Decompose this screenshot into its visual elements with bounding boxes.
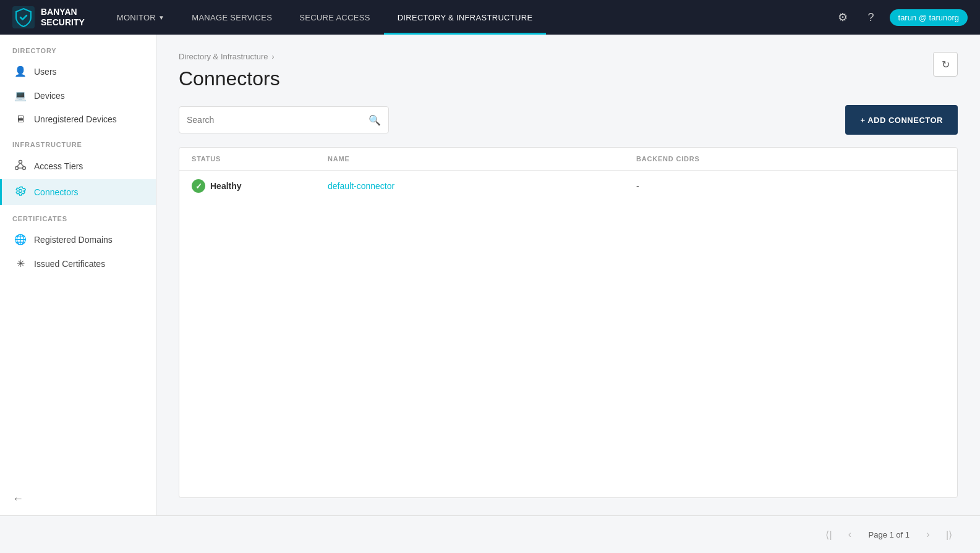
- search-icon: 🔍: [369, 114, 381, 126]
- sidebar: DIRECTORY 👤 Users 💻 Devices 🖥 Unregister…: [0, 35, 156, 515]
- user-badge[interactable]: tarun @ tarunorg: [890, 9, 968, 26]
- connector-link[interactable]: default-connector: [328, 181, 394, 191]
- pagination: ⟨| ‹ Page 1 of 1 › |⟩: [0, 515, 980, 553]
- last-page-button[interactable]: |⟩: [940, 526, 958, 543]
- breadcrumb: Directory & Infrastructure ›: [179, 52, 280, 61]
- sidebar-item-issued-certificates[interactable]: ✳ Issued Certificates: [0, 251, 156, 276]
- gear-icon: [14, 185, 27, 199]
- logo[interactable]: BANYAN SECURITY: [12, 6, 85, 28]
- sidebar-label-devices: Devices: [34, 91, 65, 101]
- laptop-x-icon: 🖥: [14, 114, 27, 125]
- toolbar: 🔍 + ADD CONNECTOR: [179, 105, 958, 135]
- status-label: Healthy: [210, 181, 242, 191]
- sidebar-item-registered-domains[interactable]: 🌐 Registered Domains: [0, 227, 156, 251]
- hub-icon: [14, 159, 27, 173]
- sidebar-item-users[interactable]: 👤 Users: [0, 59, 156, 83]
- logo-icon: [12, 6, 35, 28]
- sidebar-section-directory: DIRECTORY: [0, 47, 156, 59]
- breadcrumb-separator: ›: [272, 53, 275, 61]
- svg-point-1: [19, 161, 22, 164]
- table-header: STATUS NAME BACKEND CIDRS: [179, 148, 957, 171]
- nav-right: ⚙ ? tarun @ tarunorg: [833, 7, 968, 27]
- sidebar-label-users: Users: [34, 67, 57, 77]
- page-title: Connectors: [179, 67, 280, 90]
- nav-monitor[interactable]: MONITOR ▼: [103, 0, 178, 35]
- connectors-table: STATUS NAME BACKEND CIDRS ✓ Healthy defa…: [179, 147, 958, 498]
- next-page-button[interactable]: ›: [919, 526, 937, 543]
- logo-name-line1: BANYAN: [41, 7, 85, 17]
- main-layout: DIRECTORY 👤 Users 💻 Devices 🖥 Unregister…: [0, 35, 980, 515]
- name-cell: default-connector: [328, 180, 636, 192]
- search-box[interactable]: 🔍: [179, 106, 389, 133]
- badge-icon: ✳: [14, 258, 27, 269]
- page-indicator: Page 1 of 1: [863, 530, 916, 539]
- first-page-button[interactable]: ⟨|: [820, 526, 838, 543]
- search-input[interactable]: [187, 115, 369, 125]
- sidebar-label-unregistered: Unregistered Devices: [34, 114, 117, 124]
- status-cell: ✓ Healthy: [192, 179, 328, 193]
- cidrs-cell: -: [636, 181, 945, 191]
- page-header: Connectors: [179, 67, 280, 90]
- help-button[interactable]: ?: [861, 7, 881, 27]
- sidebar-label-connectors: Connectors: [34, 187, 79, 197]
- globe-icon: 🌐: [14, 234, 27, 245]
- back-arrow-icon: ←: [12, 492, 23, 505]
- sidebar-item-connectors[interactable]: Connectors: [0, 179, 156, 205]
- healthy-status-icon: ✓: [192, 179, 205, 193]
- logo-name-line2: SECURITY: [41, 17, 85, 28]
- sidebar-section-infrastructure: INFRASTRUCTURE: [0, 141, 156, 153]
- sidebar-item-unregistered-devices[interactable]: 🖥 Unregistered Devices: [0, 108, 156, 131]
- add-connector-button[interactable]: + ADD CONNECTOR: [845, 105, 958, 135]
- svg-point-3: [23, 167, 26, 170]
- refresh-button[interactable]: ↻: [933, 52, 958, 77]
- back-button[interactable]: ←: [0, 483, 156, 515]
- sidebar-label-issued-certs: Issued Certificates: [34, 259, 105, 269]
- col-header-status: STATUS: [192, 155, 328, 163]
- svg-point-2: [15, 167, 19, 170]
- chevron-down-icon: ▼: [158, 14, 164, 21]
- person-icon: 👤: [14, 65, 27, 77]
- sidebar-label-registered-domains: Registered Domains: [34, 235, 113, 245]
- svg-line-5: [20, 163, 24, 167]
- col-header-name: NAME: [328, 155, 636, 163]
- settings-button[interactable]: ⚙: [833, 7, 853, 27]
- main-content: Directory & Infrastructure › Connectors …: [156, 35, 980, 515]
- laptop-icon: 💻: [14, 90, 27, 101]
- nav-manage-services[interactable]: MANAGE SERVICES: [178, 0, 286, 35]
- nav-items: MONITOR ▼ MANAGE SERVICES SECURE ACCESS …: [103, 0, 833, 35]
- topnav: BANYAN SECURITY MONITOR ▼ MANAGE SERVICE…: [0, 0, 980, 35]
- breadcrumb-parent[interactable]: Directory & Infrastructure: [179, 52, 268, 61]
- col-header-backend-cidrs: BACKEND CIDRS: [636, 155, 945, 163]
- refresh-icon: ↻: [942, 59, 950, 70]
- table-row: ✓ Healthy default-connector -: [179, 171, 957, 201]
- sidebar-item-devices[interactable]: 💻 Devices: [0, 83, 156, 108]
- sidebar-item-access-tiers[interactable]: Access Tiers: [0, 153, 156, 179]
- prev-page-button[interactable]: ‹: [842, 526, 859, 543]
- sidebar-label-access-tiers: Access Tiers: [34, 161, 83, 171]
- sidebar-section-certificates: CERTIFICATES: [0, 215, 156, 227]
- nav-secure-access[interactable]: SECURE ACCESS: [286, 0, 383, 35]
- svg-line-4: [17, 163, 20, 167]
- nav-directory-infrastructure[interactable]: DIRECTORY & INFRASTRUCTURE: [384, 0, 547, 35]
